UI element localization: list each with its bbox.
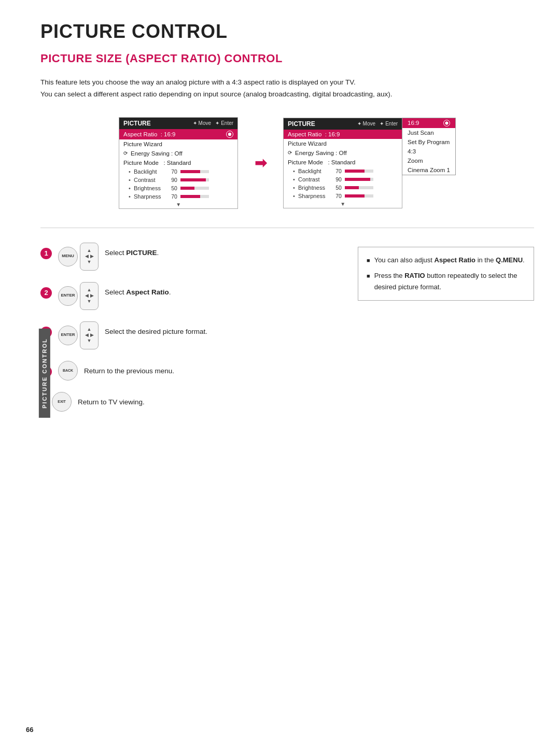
sub-label-brightness-right: Brightness — [298, 185, 328, 191]
energy-icon-left: ⟳ — [123, 150, 128, 156]
selected-circle-left — [226, 131, 233, 138]
menu-button[interactable]: MENU — [58, 247, 78, 266]
menu-title-left: PICTURE — [123, 120, 151, 127]
sub-row-backlight-right: • Backlight 70 — [284, 167, 402, 175]
bar-bg-brightness-left — [180, 187, 209, 190]
steps-list: 1 MENU ▲ ◀ ▶ ▼ Select PICTURE — [40, 243, 342, 423]
exit-button-label: EXIT — [58, 400, 66, 404]
nav-button-3[interactable]: ▲ ◀ ▶ ▼ — [80, 321, 99, 349]
menu-row-picture-wizard-right: Picture Wizard — [284, 139, 402, 148]
bar-bg-contrast-left — [180, 178, 209, 181]
step-4-row: 4 BACK Return to the previous menu. — [40, 361, 342, 381]
enter-button-label-2: ENTER — [61, 293, 75, 298]
chevron-down-right: ▼ — [284, 200, 402, 208]
enter-button-2[interactable]: ENTER — [58, 286, 78, 306]
dropdown-item-zoom: Zoom — [402, 156, 455, 165]
aspect-ratio-dropdown: 16:9 Just Scan Set By Program 4:3 Zoom C… — [402, 118, 456, 175]
nav-up-arrow-3: ▲ — [87, 327, 92, 332]
nav-button-2[interactable]: ▲ ◀ ▶ ▼ — [80, 282, 99, 310]
menu-label-aspect-right: Aspect Ratio : 16:9 — [288, 131, 398, 137]
page-number: 66 — [26, 726, 33, 734]
menu-label-mode-right: Picture Mode : Standard — [288, 159, 398, 165]
dropdown-circle-16-9 — [443, 120, 450, 126]
nav-right-arrow-3: ▶ — [90, 333, 94, 337]
menu-row-mode-left: Picture Mode : Standard — [119, 158, 237, 167]
bar-bg-backlight-right — [345, 170, 373, 173]
sub-label-contrast-right: Contrast — [298, 176, 328, 182]
step-3-buttons: ENTER ▲ ◀ ▶ ▼ — [58, 321, 99, 349]
bar-bg-sharpness-right — [345, 194, 373, 198]
nav-button-1[interactable]: ▲ ◀ ▶ ▼ — [80, 243, 99, 271]
sub-val-sharpness-left: 70 — [166, 193, 177, 200]
menu-header-left: PICTURE ✦ Move ✦ Enter — [119, 118, 237, 129]
menu-label-energy-left: Energy Saving : Off — [131, 150, 233, 157]
menu-row-energy-left: ⟳ Energy Saving : Off — [119, 149, 237, 158]
dropdown-label-set-by-program: Set By Program — [408, 139, 450, 145]
page-title: PICTURE CONTROL — [40, 21, 534, 43]
step-4-buttons: BACK — [58, 361, 78, 381]
nav-right-arrow-2: ▶ — [90, 293, 94, 298]
dropdown-item-cinema-zoom: Cinema Zoom 1 — [402, 165, 455, 175]
menu-row-aspect-ratio-left: Aspect Ratio : 16:9 — [119, 129, 237, 139]
sub-label-sharpness-left: Sharpness — [134, 193, 164, 200]
menu-row-mode-right: Picture Mode : Standard — [284, 158, 402, 167]
dropdown-item-4-3: 4:3 — [402, 147, 455, 156]
steps-area: 1 MENU ▲ ◀ ▶ ▼ Select PICTURE — [40, 243, 534, 423]
menu-row-energy-right: ⟳ Energy Saving : Off — [284, 148, 402, 158]
step-2-bold: Aspect Ratio — [126, 288, 169, 296]
dropdown-label-16-9: 16:9 — [408, 120, 419, 126]
back-button-label: BACK — [63, 369, 73, 373]
step-1-text: Select PICTURE. — [105, 248, 159, 258]
nav-down-arrow-1: ▼ — [87, 260, 92, 264]
menu-header-right: PICTURE ✦ Move ✦ Enter — [284, 118, 402, 130]
step-exit-row: EXIT Return to TV viewing. — [40, 392, 342, 412]
nav-up-arrow-2: ▲ — [87, 288, 92, 292]
info-bullet-2: ■ — [367, 271, 370, 281]
sub-row-backlight-left: • Backlight 70 — [119, 167, 237, 176]
sub-label-contrast-left: Contrast — [134, 177, 164, 183]
menu-screenshot-left: PICTURE ✦ Move ✦ Enter Aspect Ratio : 16… — [119, 117, 238, 209]
info-bullet-1: ■ — [367, 256, 370, 265]
nav-up-arrow-1: ▲ — [87, 248, 92, 253]
menu-label-wizard-right: Picture Wizard — [288, 140, 398, 147]
step-2-number: 2 — [40, 287, 52, 299]
bar-bg-contrast-right — [345, 178, 373, 181]
divider — [40, 228, 534, 228]
sub-val-brightness-right: 50 — [330, 185, 342, 191]
info-text-1: You can also adjust Aspect Ratio in the … — [374, 255, 525, 266]
section-title: PICTURE SIZE (ASPECT RATIO) CONTROL — [40, 52, 534, 65]
menu-row-picture-wizard-left: Picture Wizard — [119, 139, 237, 149]
info-row-2: ■ Press the RATIO button repeatedly to s… — [367, 270, 525, 293]
bar-bg-backlight-left — [180, 170, 209, 173]
dropdown-item-just-scan: Just Scan — [402, 128, 455, 137]
enter-button-3[interactable]: ENTER — [58, 326, 78, 345]
dropdown-label-zoom: Zoom — [408, 158, 423, 164]
info-text-2: Press the RATIO button repeatedly to sel… — [374, 270, 525, 293]
sub-val-backlight-left: 70 — [166, 168, 177, 175]
exit-button[interactable]: EXIT — [52, 392, 72, 412]
nav-hint-right: ✦ Move ✦ Enter — [357, 121, 398, 126]
nav-left-arrow-2: ◀ — [85, 293, 89, 298]
screenshots-row: PICTURE ✦ Move ✦ Enter Aspect Ratio : 16… — [40, 117, 534, 209]
menu-screenshot-right: PICTURE ✦ Move ✦ Enter Aspect Ratio : 16… — [283, 118, 456, 208]
sub-row-sharpness-left: • Sharpness 70 — [119, 192, 237, 201]
menu-title-right: PICTURE — [288, 120, 315, 128]
dropdown-label-just-scan: Just Scan — [408, 130, 434, 136]
step-1-row: 1 MENU ▲ ◀ ▶ ▼ Select PICTURE — [40, 243, 342, 271]
nav-left-arrow-1: ◀ — [85, 254, 89, 259]
step-3-row: 3 ENTER ▲ ◀ ▶ ▼ Select the de — [40, 321, 342, 349]
step-1-number: 1 — [40, 248, 52, 259]
step-2-buttons: ENTER ▲ ◀ ▶ ▼ — [58, 282, 99, 310]
step-exit-text: Return to TV viewing. — [78, 397, 145, 407]
sub-row-brightness-right: • Brightness 50 — [284, 184, 402, 192]
menu-row-aspect-ratio-right: Aspect Ratio : 16:9 — [284, 130, 402, 139]
menu-button-label: MENU — [62, 254, 74, 259]
step-3-text: Select the desired picture format. — [105, 327, 207, 337]
sub-row-brightness-left: • Brightness 50 — [119, 184, 237, 192]
step-4-text: Return to the previous menu. — [84, 366, 174, 376]
sub-val-contrast-right: 90 — [330, 176, 342, 182]
back-button[interactable]: BACK — [58, 361, 78, 381]
menu-label-aspect-left: Aspect Ratio : 16:9 — [123, 131, 224, 137]
menu-label-mode-left: Picture Mode : Standard — [123, 160, 233, 166]
energy-icon-right: ⟳ — [288, 150, 292, 156]
